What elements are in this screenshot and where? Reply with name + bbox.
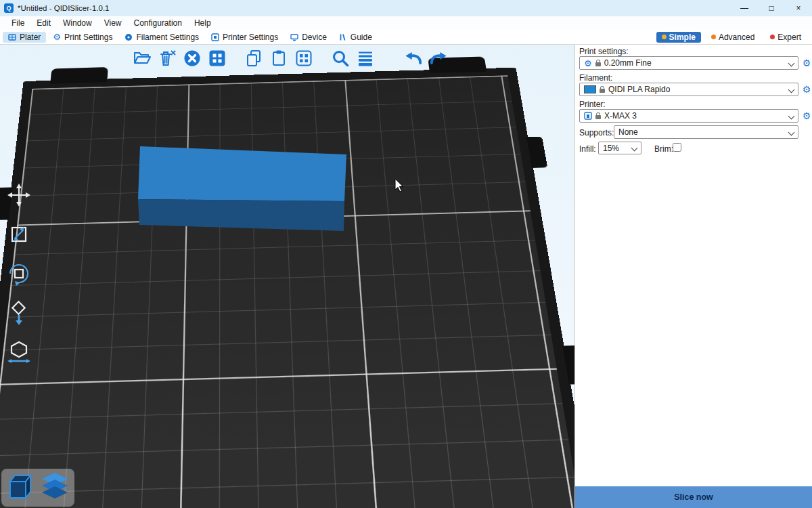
filament-gear-button[interactable]: ⚙ xyxy=(801,84,812,95)
gear-icon: ⚙ xyxy=(584,59,592,68)
arrange-icon[interactable] xyxy=(208,49,227,68)
expert-mode-dot-icon xyxy=(770,35,775,39)
lock-icon xyxy=(595,115,601,119)
scale-icon[interactable] xyxy=(5,221,32,248)
tab-plater[interactable]: Plater xyxy=(3,32,46,43)
undo-icon[interactable] xyxy=(404,49,423,68)
3d-editor-view-icon[interactable] xyxy=(5,471,34,504)
mode-label: Simple xyxy=(669,33,696,42)
lock-icon xyxy=(595,62,601,66)
filament-combo[interactable]: QIDI PLA Rapido xyxy=(579,83,798,96)
scene-3d-viewport[interactable] xyxy=(0,45,575,508)
gizmo-toolbar xyxy=(5,182,32,366)
mode-expert[interactable]: Expert xyxy=(765,32,807,43)
printer-gear-button[interactable]: ⚙ xyxy=(801,110,812,121)
slice-now-button[interactable]: Slice now xyxy=(575,486,812,508)
infill-label: Infill: xyxy=(579,144,596,154)
tab-label: Printer Settings xyxy=(223,33,278,42)
printer-value: X-MAX 3 xyxy=(604,111,637,121)
minimize-button[interactable]: — xyxy=(731,0,758,16)
menu-configuration[interactable]: Configuration xyxy=(128,18,188,28)
variable-layer-height-icon[interactable] xyxy=(356,49,375,68)
infill-combo[interactable]: 15% xyxy=(598,142,641,154)
chevron-down-icon xyxy=(788,60,795,66)
supports-combo[interactable]: None xyxy=(614,125,798,139)
supports-label: Supports: xyxy=(579,128,614,137)
mode-simple[interactable]: Simple xyxy=(656,32,701,43)
filament-color-swatch xyxy=(584,85,596,93)
filament-value: QIDI PLA Rapido xyxy=(608,85,670,94)
printer-settings-icon xyxy=(211,33,219,41)
delete-icon[interactable] xyxy=(158,49,177,68)
lock-icon xyxy=(600,89,605,93)
tab-label: Filament Settings xyxy=(136,33,199,42)
app-icon: Q xyxy=(4,3,14,13)
redo-icon[interactable] xyxy=(429,49,448,68)
cut-icon[interactable] xyxy=(5,339,32,366)
guide-icon xyxy=(339,33,347,41)
preview-layers-view-icon[interactable] xyxy=(39,471,70,504)
menu-help[interactable]: Help xyxy=(188,18,217,28)
mode-advanced[interactable]: Advanced xyxy=(706,32,760,43)
chevron-down-icon xyxy=(788,86,795,93)
plater-toolbar xyxy=(133,49,448,68)
mode-switcher: Simple Advanced Expert xyxy=(656,32,812,43)
copy-icon[interactable] xyxy=(244,49,263,68)
chevron-down-icon xyxy=(788,112,795,119)
print-settings-icon: ⚙ xyxy=(53,33,61,41)
brim-checkbox[interactable] xyxy=(673,143,681,152)
brim-label: Brim: xyxy=(654,144,673,154)
bed-clip xyxy=(562,345,575,385)
chevron-down-icon xyxy=(631,145,638,152)
print-settings-gear-button[interactable]: ⚙ xyxy=(801,58,812,68)
title-bar: Q *Untitled - QIDISlicer-1.0.1 — □ × xyxy=(0,0,812,16)
rotate-icon[interactable] xyxy=(5,260,32,287)
advanced-mode-dot-icon xyxy=(711,35,716,39)
view-switcher xyxy=(1,469,74,507)
close-button[interactable]: × xyxy=(785,0,812,16)
device-icon xyxy=(290,33,298,41)
print-bed[interactable] xyxy=(24,68,521,508)
maximize-button[interactable]: □ xyxy=(758,0,785,16)
split-to-objects-icon[interactable] xyxy=(294,49,313,68)
supports-value: None xyxy=(618,127,638,137)
print-settings-combo[interactable]: ⚙ 0.20mm Fine xyxy=(579,56,798,70)
menu-view[interactable]: View xyxy=(98,18,128,28)
tab-filament-settings[interactable]: Filament Settings xyxy=(119,32,204,43)
tab-print-settings[interactable]: ⚙ Print Settings xyxy=(47,32,118,43)
printer-label: Printer: xyxy=(579,100,606,109)
bed-clip xyxy=(50,67,108,84)
paste-icon[interactable] xyxy=(269,49,288,68)
simple-mode-dot-icon xyxy=(662,35,667,39)
printer-icon xyxy=(584,112,592,120)
window-title: *Untitled - QIDISlicer-1.0.1 xyxy=(18,4,110,12)
open-icon[interactable] xyxy=(133,49,152,68)
tab-label: Device xyxy=(302,33,327,42)
bed-clip xyxy=(526,137,547,168)
tab-printer-settings[interactable]: Printer Settings xyxy=(206,32,284,43)
print-settings-label: Print settings: xyxy=(579,47,629,56)
menu-window[interactable]: Window xyxy=(57,18,98,28)
tab-device[interactable]: Device xyxy=(285,32,332,43)
tab-label: Plater xyxy=(20,33,41,42)
tab-guide[interactable]: Guide xyxy=(334,32,378,43)
settings-sidebar: Print settings: ⚙ 0.20mm Fine ⚙ Filament… xyxy=(574,45,812,508)
qidislicer-window: Q *Untitled - QIDISlicer-1.0.1 — □ × Fil… xyxy=(0,0,812,508)
menu-bar: File Edit Window View Configuration Help xyxy=(0,16,812,30)
mode-label: Expert xyxy=(777,33,801,42)
menu-file[interactable]: File xyxy=(5,18,30,28)
place-on-face-icon[interactable] xyxy=(5,299,32,326)
mode-label: Advanced xyxy=(719,33,754,42)
search-icon[interactable] xyxy=(331,49,350,68)
tab-bar: Plater ⚙ Print Settings Filament Setting… xyxy=(0,30,812,45)
filament-label: Filament: xyxy=(579,73,612,83)
chevron-down-icon xyxy=(788,129,795,135)
plater-icon xyxy=(8,33,16,41)
printer-combo[interactable]: X-MAX 3 xyxy=(579,109,798,123)
delete-all-icon[interactable] xyxy=(183,49,202,68)
move-icon[interactable] xyxy=(5,182,32,209)
filament-settings-icon xyxy=(125,33,133,41)
menu-edit[interactable]: Edit xyxy=(30,18,57,28)
tab-label: Print Settings xyxy=(64,33,112,42)
print-settings-value: 0.20mm Fine xyxy=(604,58,652,68)
